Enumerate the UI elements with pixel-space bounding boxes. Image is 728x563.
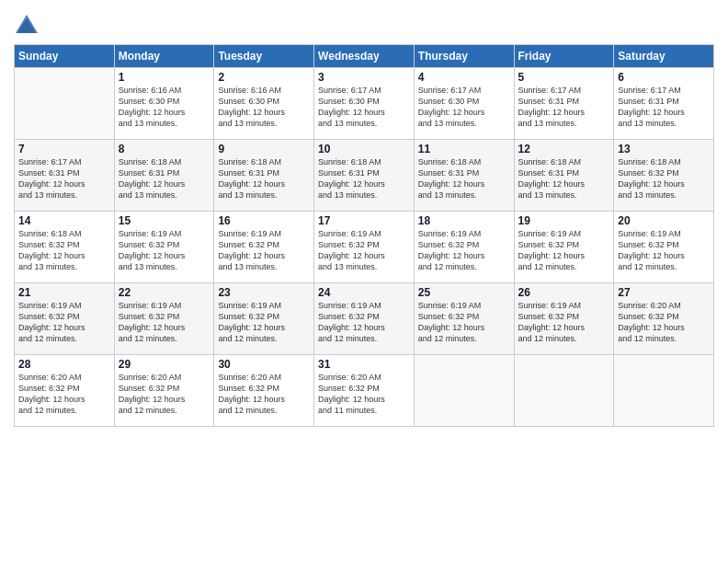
calendar-day-13: 13Sunrise: 6:18 AM Sunset: 6:32 PM Dayli… bbox=[614, 140, 714, 212]
day-info: Sunrise: 6:19 AM Sunset: 6:32 PM Dayligh… bbox=[218, 228, 310, 273]
day-number: 31 bbox=[318, 358, 410, 371]
day-number: 17 bbox=[318, 214, 410, 227]
calendar-empty-cell bbox=[514, 355, 614, 427]
day-info: Sunrise: 6:16 AM Sunset: 6:30 PM Dayligh… bbox=[218, 85, 310, 130]
day-info: Sunrise: 6:19 AM Sunset: 6:32 PM Dayligh… bbox=[18, 300, 110, 345]
day-number: 21 bbox=[18, 286, 110, 299]
day-number: 24 bbox=[318, 286, 410, 299]
calendar-empty-cell bbox=[414, 355, 514, 427]
day-info: Sunrise: 6:20 AM Sunset: 6:32 PM Dayligh… bbox=[218, 372, 310, 417]
day-info: Sunrise: 6:16 AM Sunset: 6:30 PM Dayligh… bbox=[119, 85, 210, 130]
header-area bbox=[14, 9, 714, 39]
calendar-day-8: 8Sunrise: 6:18 AM Sunset: 6:31 PM Daylig… bbox=[114, 140, 214, 212]
calendar-day-5: 5Sunrise: 6:17 AM Sunset: 6:31 PM Daylig… bbox=[514, 68, 614, 140]
logo bbox=[14, 13, 41, 39]
calendar-page: SundayMondayTuesdayWednesdayThursdayFrid… bbox=[0, 0, 728, 563]
day-number: 19 bbox=[518, 214, 610, 227]
day-number: 8 bbox=[119, 143, 210, 155]
calendar-day-4: 4Sunrise: 6:17 AM Sunset: 6:30 PM Daylig… bbox=[414, 68, 514, 140]
day-info: Sunrise: 6:17 AM Sunset: 6:31 PM Dayligh… bbox=[18, 156, 110, 201]
day-number: 12 bbox=[518, 143, 610, 155]
calendar-day-1: 1Sunrise: 6:16 AM Sunset: 6:30 PM Daylig… bbox=[114, 68, 214, 140]
weekday-header-monday: Monday bbox=[114, 45, 214, 68]
day-info: Sunrise: 6:20 AM Sunset: 6:32 PM Dayligh… bbox=[119, 372, 210, 417]
day-number: 15 bbox=[119, 214, 210, 227]
day-info: Sunrise: 6:18 AM Sunset: 6:32 PM Dayligh… bbox=[618, 156, 710, 201]
calendar-day-19: 19Sunrise: 6:19 AM Sunset: 6:32 PM Dayli… bbox=[514, 212, 614, 283]
calendar-table: SundayMondayTuesdayWednesdayThursdayFrid… bbox=[14, 44, 714, 427]
day-number: 4 bbox=[418, 71, 510, 84]
calendar-day-7: 7Sunrise: 6:17 AM Sunset: 6:31 PM Daylig… bbox=[15, 140, 115, 212]
day-number: 11 bbox=[418, 143, 510, 155]
day-number: 6 bbox=[618, 71, 710, 84]
day-info: Sunrise: 6:19 AM Sunset: 6:32 PM Dayligh… bbox=[418, 228, 510, 273]
calendar-day-29: 29Sunrise: 6:20 AM Sunset: 6:32 PM Dayli… bbox=[114, 355, 214, 427]
weekday-header-saturday: Saturday bbox=[614, 45, 714, 68]
day-info: Sunrise: 6:18 AM Sunset: 6:32 PM Dayligh… bbox=[18, 228, 110, 273]
calendar-week-row: 21Sunrise: 6:19 AM Sunset: 6:32 PM Dayli… bbox=[15, 283, 714, 355]
calendar-day-18: 18Sunrise: 6:19 AM Sunset: 6:32 PM Dayli… bbox=[414, 212, 514, 283]
day-number: 18 bbox=[418, 214, 510, 227]
calendar-day-6: 6Sunrise: 6:17 AM Sunset: 6:31 PM Daylig… bbox=[614, 68, 714, 140]
day-info: Sunrise: 6:18 AM Sunset: 6:31 PM Dayligh… bbox=[119, 156, 210, 201]
day-info: Sunrise: 6:20 AM Sunset: 6:32 PM Dayligh… bbox=[18, 372, 110, 417]
day-number: 7 bbox=[18, 143, 110, 155]
weekday-header-sunday: Sunday bbox=[15, 45, 115, 68]
calendar-day-22: 22Sunrise: 6:19 AM Sunset: 6:32 PM Dayli… bbox=[114, 283, 214, 355]
calendar-week-row: 14Sunrise: 6:18 AM Sunset: 6:32 PM Dayli… bbox=[15, 212, 714, 283]
day-number: 26 bbox=[518, 286, 610, 299]
day-number: 16 bbox=[218, 214, 310, 227]
calendar-day-30: 30Sunrise: 6:20 AM Sunset: 6:32 PM Dayli… bbox=[214, 355, 314, 427]
day-number: 20 bbox=[618, 214, 710, 227]
weekday-header-row: SundayMondayTuesdayWednesdayThursdayFrid… bbox=[15, 45, 714, 68]
day-info: Sunrise: 6:19 AM Sunset: 6:32 PM Dayligh… bbox=[218, 300, 310, 345]
day-info: Sunrise: 6:17 AM Sunset: 6:31 PM Dayligh… bbox=[618, 85, 710, 130]
day-info: Sunrise: 6:20 AM Sunset: 6:32 PM Dayligh… bbox=[618, 300, 710, 345]
calendar-empty-cell bbox=[614, 355, 714, 427]
day-info: Sunrise: 6:19 AM Sunset: 6:32 PM Dayligh… bbox=[318, 228, 410, 273]
day-info: Sunrise: 6:18 AM Sunset: 6:31 PM Dayligh… bbox=[318, 156, 410, 201]
weekday-header-tuesday: Tuesday bbox=[214, 45, 314, 68]
calendar-day-31: 31Sunrise: 6:20 AM Sunset: 6:32 PM Dayli… bbox=[314, 355, 415, 427]
calendar-day-16: 16Sunrise: 6:19 AM Sunset: 6:32 PM Dayli… bbox=[214, 212, 314, 283]
day-number: 23 bbox=[218, 286, 310, 299]
calendar-day-12: 12Sunrise: 6:18 AM Sunset: 6:31 PM Dayli… bbox=[514, 140, 614, 212]
calendar-empty-cell bbox=[15, 68, 115, 140]
day-info: Sunrise: 6:19 AM Sunset: 6:32 PM Dayligh… bbox=[518, 300, 610, 345]
day-number: 25 bbox=[418, 286, 510, 299]
day-number: 28 bbox=[18, 358, 110, 371]
day-number: 3 bbox=[318, 71, 410, 84]
calendar-week-row: 7Sunrise: 6:17 AM Sunset: 6:31 PM Daylig… bbox=[15, 140, 714, 212]
calendar-day-10: 10Sunrise: 6:18 AM Sunset: 6:31 PM Dayli… bbox=[314, 140, 415, 212]
day-number: 9 bbox=[218, 143, 310, 155]
calendar-week-row: 28Sunrise: 6:20 AM Sunset: 6:32 PM Dayli… bbox=[15, 355, 714, 427]
day-number: 22 bbox=[119, 286, 210, 299]
day-info: Sunrise: 6:17 AM Sunset: 6:30 PM Dayligh… bbox=[318, 85, 410, 130]
day-number: 1 bbox=[119, 71, 210, 84]
weekday-header-wednesday: Wednesday bbox=[314, 45, 415, 68]
day-info: Sunrise: 6:18 AM Sunset: 6:31 PM Dayligh… bbox=[218, 156, 310, 201]
calendar-day-23: 23Sunrise: 6:19 AM Sunset: 6:32 PM Dayli… bbox=[214, 283, 314, 355]
day-info: Sunrise: 6:19 AM Sunset: 6:32 PM Dayligh… bbox=[119, 300, 210, 345]
day-info: Sunrise: 6:18 AM Sunset: 6:31 PM Dayligh… bbox=[518, 156, 610, 201]
day-number: 13 bbox=[618, 143, 710, 155]
calendar-week-row: 1Sunrise: 6:16 AM Sunset: 6:30 PM Daylig… bbox=[15, 68, 714, 140]
day-info: Sunrise: 6:19 AM Sunset: 6:32 PM Dayligh… bbox=[518, 228, 610, 273]
calendar-day-17: 17Sunrise: 6:19 AM Sunset: 6:32 PM Dayli… bbox=[314, 212, 415, 283]
calendar-day-28: 28Sunrise: 6:20 AM Sunset: 6:32 PM Dayli… bbox=[15, 355, 115, 427]
weekday-header-thursday: Thursday bbox=[414, 45, 514, 68]
calendar-day-11: 11Sunrise: 6:18 AM Sunset: 6:31 PM Dayli… bbox=[414, 140, 514, 212]
calendar-day-24: 24Sunrise: 6:19 AM Sunset: 6:32 PM Dayli… bbox=[314, 283, 415, 355]
calendar-day-15: 15Sunrise: 6:19 AM Sunset: 6:32 PM Dayli… bbox=[114, 212, 214, 283]
calendar-day-25: 25Sunrise: 6:19 AM Sunset: 6:32 PM Dayli… bbox=[414, 283, 514, 355]
calendar-day-27: 27Sunrise: 6:20 AM Sunset: 6:32 PM Dayli… bbox=[614, 283, 714, 355]
day-info: Sunrise: 6:19 AM Sunset: 6:32 PM Dayligh… bbox=[318, 300, 410, 345]
day-number: 27 bbox=[618, 286, 710, 299]
calendar-day-21: 21Sunrise: 6:19 AM Sunset: 6:32 PM Dayli… bbox=[15, 283, 115, 355]
day-number: 10 bbox=[318, 143, 410, 155]
weekday-header-friday: Friday bbox=[514, 45, 614, 68]
calendar-day-26: 26Sunrise: 6:19 AM Sunset: 6:32 PM Dayli… bbox=[514, 283, 614, 355]
day-info: Sunrise: 6:17 AM Sunset: 6:30 PM Dayligh… bbox=[418, 85, 510, 130]
day-info: Sunrise: 6:19 AM Sunset: 6:32 PM Dayligh… bbox=[618, 228, 710, 273]
day-info: Sunrise: 6:19 AM Sunset: 6:32 PM Dayligh… bbox=[119, 228, 210, 273]
